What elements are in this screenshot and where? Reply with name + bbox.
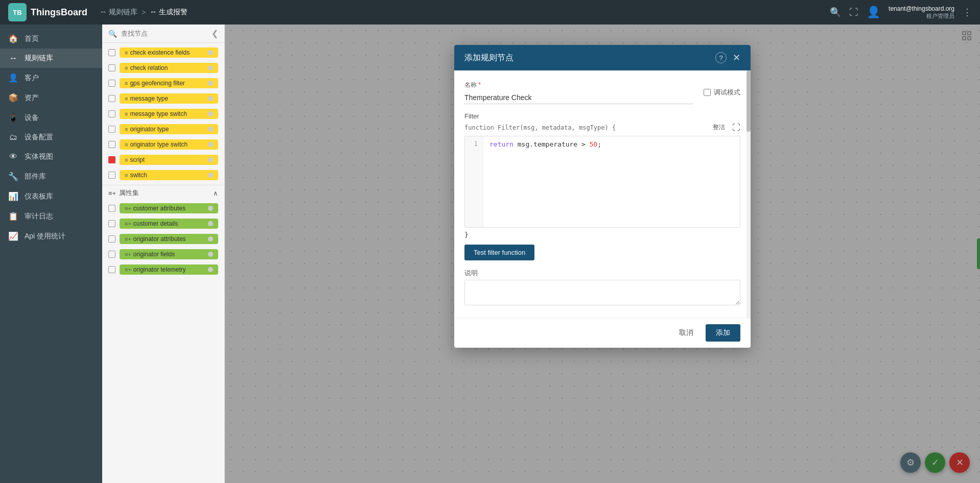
node-chip-originator-type[interactable]: ≡ originator type <box>120 124 218 134</box>
dialog-scrollbar[interactable] <box>746 70 751 318</box>
node-chip-customer-attributes[interactable]: ≡+ customer attributes <box>120 203 218 213</box>
node-checkbox[interactable] <box>108 110 115 117</box>
dashboards-icon: 📊 <box>8 191 18 201</box>
search-icon[interactable]: 🔍 <box>830 7 841 18</box>
node-item-customer-attributes[interactable]: ≡+ customer attributes <box>102 201 224 216</box>
user-icon[interactable]: 👤 <box>867 6 880 19</box>
user-email: tenant@thingsboard.org <box>889 5 954 12</box>
code-content[interactable]: return msg.temperature > 50; <box>483 136 740 227</box>
node-item-message-type-switch[interactable]: ≡ message type switch <box>102 106 224 122</box>
node-chip-customer-details[interactable]: ≡+ customer details <box>120 219 218 229</box>
node-search-icon: 🔍 <box>108 30 117 38</box>
sidebar-item-entity-view[interactable]: 👁 实体视图 <box>0 147 102 166</box>
node-item-message-type[interactable]: ≡ message type <box>102 91 224 106</box>
node-chip-script[interactable]: ≡ script <box>120 155 218 165</box>
sidebar-item-customers[interactable]: 👤 客户 <box>0 68 102 88</box>
dialog-help-icon[interactable]: ? <box>715 52 727 63</box>
expand-editor-icon[interactable]: ⛶ <box>732 123 740 132</box>
node-checkbox[interactable] <box>108 266 115 273</box>
debug-label: 调试模式 <box>714 88 740 97</box>
cancel-button[interactable]: 取消 <box>673 325 699 341</box>
logo-icon: TB <box>8 3 27 21</box>
node-checkbox[interactable] <box>108 141 115 148</box>
node-checkbox[interactable] <box>108 49 115 56</box>
desc-label: 说明 <box>464 269 740 278</box>
desc-textarea[interactable] <box>464 280 740 305</box>
node-checkbox[interactable] <box>108 205 115 212</box>
node-chip-gps[interactable]: ≡ gps geofencing filter <box>120 78 218 88</box>
node-search-input[interactable] <box>121 30 207 37</box>
breadcrumb-rules[interactable]: ↔ 规则链库 <box>100 8 137 17</box>
sidebar-label-assets: 资产 <box>25 93 39 103</box>
sidebar-item-widgets[interactable]: 🔧 部件库 <box>0 166 102 186</box>
sidebar-label-widgets: 部件库 <box>25 172 46 181</box>
node-item-originator-type-switch[interactable]: ≡ originator type switch <box>102 137 224 152</box>
node-chip-arrow <box>208 236 213 242</box>
node-item-gps[interactable]: ≡ gps geofencing filter <box>102 76 224 91</box>
sidebar-item-device-profiles[interactable]: 🗂 设备配置 <box>0 128 102 147</box>
sidebar-item-audit[interactable]: 📋 审计日志 <box>0 206 102 226</box>
node-item-check-existence[interactable]: ≡ check existence fields <box>102 45 224 60</box>
sidebar-item-assets[interactable]: 📦 资产 <box>0 88 102 108</box>
name-input[interactable] <box>464 91 693 104</box>
node-chip-arrow <box>208 81 213 86</box>
fullscreen-icon[interactable]: ⛶ <box>849 7 858 18</box>
node-checkbox[interactable] <box>108 126 115 133</box>
node-checkbox[interactable] <box>108 172 115 179</box>
node-checkbox[interactable] <box>108 251 115 258</box>
dialog-header-icons: ? ✕ <box>715 52 740 63</box>
attributes-section-icon: ≡+ <box>108 189 116 197</box>
add-button[interactable]: 添加 <box>706 324 740 342</box>
node-checkbox[interactable] <box>108 235 115 243</box>
node-chip-arrow <box>208 65 213 70</box>
sidebar-label-dashboards: 仪表板库 <box>25 192 53 201</box>
test-filter-button[interactable]: Test filter function <box>464 245 534 260</box>
sidebar-label-api: Api 使用统计 <box>25 232 65 241</box>
node-chip-originator-telemetry[interactable]: ≡+ originator telemetry <box>120 264 218 275</box>
api-icon: 📈 <box>8 231 18 241</box>
node-checkbox[interactable] <box>108 220 115 227</box>
code-editor[interactable]: 1 return msg.temperature > 50; <box>464 136 740 228</box>
sidebar-item-home[interactable]: 🏠 首页 <box>0 29 102 49</box>
attributes-collapse-icon[interactable]: ∧ <box>213 189 218 197</box>
sidebar-item-rules[interactable]: ↔ 规则链库 <box>0 49 102 68</box>
sidebar-label-entity-view: 实体视图 <box>25 152 53 161</box>
node-checkbox[interactable] <box>108 80 115 87</box>
node-checkbox[interactable] <box>108 95 115 102</box>
attributes-section-header[interactable]: ≡+ 属性集 ∧ <box>102 185 224 201</box>
node-item-originator-fields[interactable]: ≡+ originator fields <box>102 247 224 262</box>
node-item-script[interactable]: ≡ script <box>102 152 224 167</box>
sidebar-label-devices: 设备 <box>25 113 39 123</box>
node-item-originator-attributes[interactable]: ≡+ originator attributes <box>102 231 224 247</box>
node-chip-check-existence[interactable]: ≡ check existence fields <box>120 47 218 58</box>
node-chip-message-type[interactable]: ≡ message type <box>120 93 218 104</box>
node-chip-originator-attributes[interactable]: ≡+ originator attributes <box>120 234 218 244</box>
node-item-customer-details[interactable]: ≡+ customer details <box>102 216 224 231</box>
dialog-title: 添加规则节点 <box>464 53 715 63</box>
node-chip-originator-fields[interactable]: ≡+ originator fields <box>120 249 218 259</box>
node-chip-check-relation[interactable]: ≡ check relation <box>120 63 218 73</box>
sidenav: 🏠 首页 ↔ 规则链库 👤 客户 📦 资产 📱 设备 🗂 设备配置 👁 实体视图 <box>0 25 102 483</box>
node-label-customer-details: customer details <box>133 220 178 227</box>
node-item-check-relation[interactable]: ≡ check relation <box>102 60 224 76</box>
code-keyword: return <box>489 140 514 148</box>
node-checkbox[interactable] <box>108 64 115 71</box>
node-checkbox[interactable] <box>108 156 115 163</box>
node-item-originator-telemetry[interactable]: ≡+ originator telemetry <box>102 262 224 277</box>
sidebar-item-api[interactable]: 📈 Api 使用统计 <box>0 226 102 246</box>
more-menu-icon[interactable]: ⋮ <box>963 7 972 18</box>
node-item-switch[interactable]: ≡ switch <box>102 167 224 183</box>
sidebar-item-dashboards[interactable]: 📊 仪表板库 <box>0 186 102 206</box>
dialog-close-icon[interactable]: ✕ <box>733 52 740 63</box>
sidebar-item-devices[interactable]: 📱 设备 <box>0 108 102 128</box>
node-chip-message-type-switch[interactable]: ≡ message type switch <box>120 109 218 119</box>
attributes-section-label: 属性集 <box>119 188 139 198</box>
tidy-button[interactable]: 整洁 <box>710 122 728 133</box>
debug-checkbox[interactable] <box>704 89 711 96</box>
node-chip-switch[interactable]: ≡ switch <box>120 170 218 180</box>
panel-collapse-icon[interactable]: ❮ <box>212 29 218 38</box>
node-chip-originator-type-switch[interactable]: ≡ originator type switch <box>120 139 218 150</box>
node-label-originator-type: originator type <box>130 126 169 133</box>
node-item-originator-type[interactable]: ≡ originator type <box>102 122 224 137</box>
node-list: ≡ check existence fields ≡ check relatio… <box>102 43 224 483</box>
